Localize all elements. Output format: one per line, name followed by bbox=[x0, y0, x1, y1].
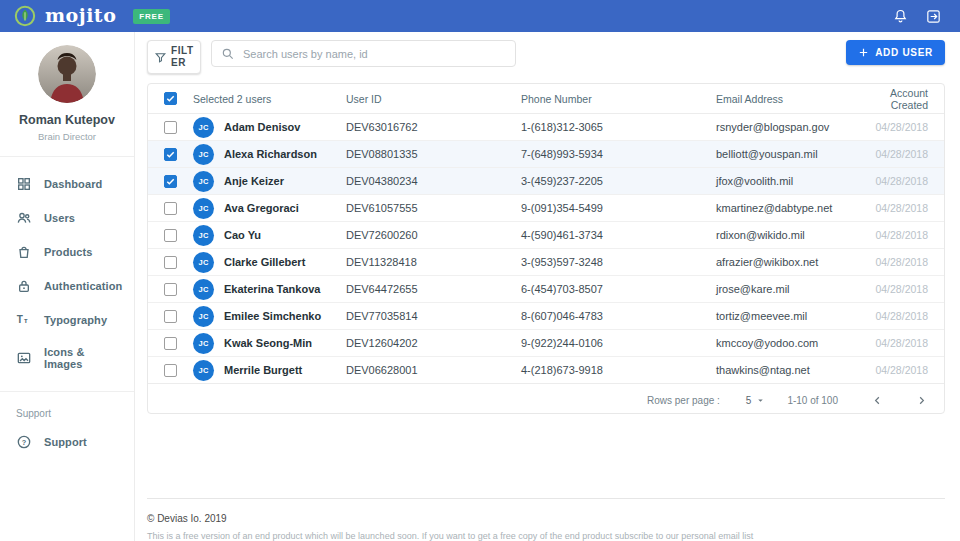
sidebar-item-products[interactable]: Products bbox=[0, 235, 134, 269]
user-name: Emilee Simchenko bbox=[224, 310, 321, 322]
footer-note: This is a free version of an end product… bbox=[147, 531, 945, 541]
phone-cell: 4-(590)461-3734 bbox=[521, 229, 716, 241]
row-checkbox[interactable] bbox=[164, 175, 177, 188]
leaf-logo-icon bbox=[14, 5, 36, 27]
row-checkbox[interactable] bbox=[164, 283, 177, 296]
row-checkbox[interactable] bbox=[164, 148, 177, 161]
profile-role: Brain Director bbox=[8, 131, 126, 142]
user-id-cell: DEV64472655 bbox=[346, 283, 521, 295]
sidebar-item-typography[interactable]: Tт Typography bbox=[0, 303, 134, 337]
created-cell: 04/28/2018 bbox=[866, 229, 944, 241]
products-icon bbox=[16, 244, 32, 260]
email-cell: rsnyder@blogspan.gov bbox=[716, 121, 866, 133]
row-checkbox[interactable] bbox=[164, 310, 177, 323]
row-checkbox[interactable] bbox=[164, 256, 177, 269]
nav-section-label: Support bbox=[0, 392, 134, 423]
select-all-checkbox[interactable] bbox=[164, 92, 177, 105]
users-icon bbox=[16, 210, 32, 226]
user-name: Merrile Burgett bbox=[224, 364, 302, 376]
table-row: JC Anje Keizer DEV04380234 3-(459)237-22… bbox=[148, 168, 944, 195]
table-header-row: Selected 2 users User ID Phone Number Em… bbox=[148, 84, 944, 114]
column-header-user-id: User ID bbox=[346, 93, 521, 105]
filter-button-label: FILTER bbox=[171, 45, 194, 69]
profile-name: Roman Kutepov bbox=[8, 113, 126, 127]
sidebar: Roman Kutepov Brain Director Dashboard U… bbox=[0, 32, 135, 541]
sidebar-nav-support: ? Support bbox=[0, 423, 134, 459]
row-avatar: JC bbox=[193, 360, 214, 381]
sidebar-item-users[interactable]: Users bbox=[0, 201, 134, 235]
column-header-email: Email Address bbox=[716, 93, 866, 105]
main-content: FILTER bbox=[135, 32, 960, 541]
email-cell: tortiz@meevee.mil bbox=[716, 310, 866, 322]
phone-cell: 9-(091)354-5499 bbox=[521, 202, 716, 214]
notifications-bell-icon[interactable] bbox=[892, 8, 909, 25]
sidebar-item-label: Users bbox=[44, 212, 75, 224]
column-header-created: Account Created bbox=[866, 87, 944, 111]
sidebar-item-dashboard[interactable]: Dashboard bbox=[0, 167, 134, 201]
logout-icon[interactable] bbox=[925, 8, 942, 25]
search-input[interactable] bbox=[243, 48, 506, 60]
svg-text:т: т bbox=[24, 316, 28, 325]
email-cell: jrose@kare.mil bbox=[716, 283, 866, 295]
sidebar-item-support[interactable]: ? Support bbox=[0, 425, 134, 459]
email-cell: thawkins@ntag.net bbox=[716, 364, 866, 376]
search-box bbox=[211, 40, 516, 67]
filter-button[interactable]: FILTER bbox=[147, 40, 201, 74]
search-icon bbox=[221, 47, 235, 61]
column-header-phone: Phone Number bbox=[521, 93, 716, 105]
user-id-cell: DEV63016762 bbox=[346, 121, 521, 133]
sidebar-item-label: Support bbox=[44, 436, 87, 448]
phone-cell: 6-(454)703-8507 bbox=[521, 283, 716, 295]
email-cell: belliott@youspan.mil bbox=[716, 148, 866, 160]
table-row: JC Clarke Gillebert DEV11328418 3-(953)5… bbox=[148, 249, 944, 276]
row-checkbox[interactable] bbox=[164, 364, 177, 377]
rows-per-page-label: Rows per page : bbox=[647, 395, 720, 406]
row-checkbox[interactable] bbox=[164, 202, 177, 215]
users-table-card: Selected 2 users User ID Phone Number Em… bbox=[147, 83, 945, 414]
table-row: JC Adam Denisov DEV63016762 1-(618)312-3… bbox=[148, 114, 944, 141]
typography-icon: Tт bbox=[16, 312, 32, 328]
row-avatar: JC bbox=[193, 279, 214, 300]
email-cell: kmccoy@yodoo.com bbox=[716, 337, 866, 349]
user-name: Anje Keizer bbox=[224, 175, 284, 187]
user-id-cell: DEV72600260 bbox=[346, 229, 521, 241]
sidebar-nav: Dashboard Users Products Authentication … bbox=[0, 157, 134, 392]
previous-page-icon[interactable] bbox=[868, 392, 886, 410]
topbar: mojito FREE bbox=[0, 0, 960, 32]
row-checkbox[interactable] bbox=[164, 229, 177, 242]
sidebar-item-icons-images[interactable]: Icons & Images bbox=[0, 337, 134, 379]
table-row: JC Merrile Burgett DEV06628001 4-(218)67… bbox=[148, 357, 944, 384]
user-id-cell: DEV08801335 bbox=[346, 148, 521, 160]
filter-funnel-icon bbox=[154, 51, 167, 64]
table-row: JC Alexa Richardson DEV08801335 7-(648)9… bbox=[148, 141, 944, 168]
created-cell: 04/28/2018 bbox=[866, 256, 944, 268]
row-avatar: JC bbox=[193, 225, 214, 246]
created-cell: 04/28/2018 bbox=[866, 337, 944, 349]
row-avatar: JC bbox=[193, 333, 214, 354]
next-page-icon[interactable] bbox=[912, 392, 930, 410]
table-row: JC Cao Yu DEV72600260 4-(590)461-3734 rd… bbox=[148, 222, 944, 249]
created-cell: 04/28/2018 bbox=[866, 121, 944, 133]
phone-cell: 8-(607)046-4783 bbox=[521, 310, 716, 322]
row-avatar: JC bbox=[193, 306, 214, 327]
authentication-icon bbox=[16, 278, 32, 294]
avatar[interactable] bbox=[38, 45, 96, 103]
row-checkbox[interactable] bbox=[164, 337, 177, 350]
pagination-range: 1-10 of 100 bbox=[787, 395, 838, 406]
created-cell: 04/28/2018 bbox=[866, 310, 944, 322]
footer-copyright: © Devias Io. 2019 bbox=[147, 513, 945, 524]
created-cell: 04/28/2018 bbox=[866, 364, 944, 376]
svg-text:T: T bbox=[17, 314, 23, 325]
sidebar-item-label: Products bbox=[44, 246, 92, 258]
phone-cell: 7-(648)993-5934 bbox=[521, 148, 716, 160]
row-avatar: JC bbox=[193, 198, 214, 219]
email-cell: afrazier@wikibox.net bbox=[716, 256, 866, 268]
add-user-button[interactable]: ADD USER bbox=[846, 40, 945, 65]
caret-down-icon bbox=[756, 396, 765, 405]
email-cell: kmartinez@dabtype.net bbox=[716, 202, 866, 214]
rows-per-page-select[interactable]: 5 bbox=[746, 395, 766, 406]
email-cell: rdixon@wikido.mil bbox=[716, 229, 866, 241]
row-checkbox[interactable] bbox=[164, 121, 177, 134]
sidebar-item-authentication[interactable]: Authentication bbox=[0, 269, 134, 303]
phone-cell: 3-(953)597-3248 bbox=[521, 256, 716, 268]
